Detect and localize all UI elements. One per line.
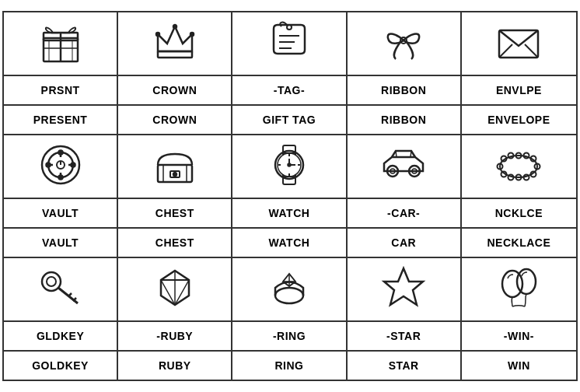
ruby1-text: -RUBY — [156, 330, 193, 342]
necklace-icon — [495, 142, 542, 191]
cell-gldkey-label: GLDKEY — [4, 322, 118, 350]
cell-vault-icon — [4, 135, 118, 198]
chest2-text: CHEST — [155, 236, 194, 249]
chest-icon — [152, 142, 198, 191]
ribbon2-text: RIBBON — [381, 114, 426, 126]
cell-present-label: PRESENT — [4, 106, 118, 134]
label-row-1: PRSNT CROWN -TAG- RIBBON ENVLPE — [4, 76, 576, 106]
cell-crown1-label: CROWN — [118, 76, 232, 104]
cell-ring-icon — [232, 258, 347, 320]
present-icon — [37, 19, 84, 68]
cell-tag1-label: -TAG- — [232, 76, 347, 104]
svg-point-28 — [46, 163, 50, 167]
cell-watch2-label: WATCH — [232, 229, 347, 257]
cell-goldkey-label: GOLDKEY — [4, 352, 118, 380]
cell-ruby2-label: RUBY — [118, 352, 232, 380]
car1-text: -CAR- — [387, 207, 420, 219]
win2-text: WIN — [508, 359, 530, 372]
necklace2-text: NECKLACE — [487, 236, 551, 249]
icon-row-3 — [4, 258, 576, 322]
svg-point-29 — [71, 163, 75, 167]
gifttag-text: GIFT TAG — [263, 114, 316, 126]
goldkey-icon — [37, 264, 84, 314]
svg-point-46 — [288, 164, 290, 166]
svg-point-81 — [275, 288, 303, 303]
cell-vault2-label: VAULT — [4, 229, 118, 257]
prsnt-text: PRSNT — [41, 84, 80, 96]
tag1-text: -TAG- — [274, 84, 305, 96]
present-text: PRESENT — [33, 114, 88, 126]
svg-point-26 — [58, 151, 62, 155]
watch1-text: WATCH — [269, 207, 310, 219]
cell-star2-label: STAR — [348, 352, 462, 380]
cell-watch-icon — [232, 135, 347, 198]
label-row-6: GOLDKEY RUBY RING STAR WIN — [4, 352, 576, 380]
svg-point-69 — [42, 272, 61, 291]
envelope-icon — [495, 19, 542, 68]
svg-line-17 — [525, 44, 538, 58]
cell-crown-icon — [118, 12, 232, 75]
icon-row-1 — [4, 12, 576, 76]
svg-point-27 — [58, 176, 62, 180]
cell-star1-label: -STAR — [348, 322, 462, 350]
cell-ruby-icon — [118, 258, 232, 320]
cell-ribbon-icon — [348, 12, 462, 75]
svg-point-32 — [173, 173, 176, 176]
ring1-text: -RING — [273, 330, 306, 342]
goldkey-text: GOLDKEY — [32, 359, 89, 372]
label-row-2: PRESENT CROWN GIFT TAG RIBBON ENVELOPE — [4, 106, 576, 135]
svg-point-70 — [47, 277, 56, 286]
svg-point-9 — [190, 33, 194, 36]
balloon-icon — [495, 264, 542, 314]
cell-car1-label: -CAR- — [348, 199, 462, 227]
win1-text: -WIN- — [504, 330, 534, 342]
ring-icon — [266, 264, 313, 314]
main-grid: PRSNT CROWN -TAG- RIBBON ENVLPE PRESENT … — [2, 11, 578, 381]
cell-watch1-label: WATCH — [232, 199, 347, 227]
gldkey-text: GLDKEY — [37, 330, 84, 342]
ruby2-text: RUBY — [159, 359, 191, 372]
ribbon1-text: RIBBON — [381, 84, 426, 96]
chest1-text: CHEST — [155, 207, 194, 219]
star1-text: -STAR — [386, 330, 421, 342]
envelope-text: ENVELOPE — [487, 114, 550, 126]
cell-chest-icon — [118, 135, 232, 198]
cell-chest2-label: CHEST — [118, 229, 232, 257]
svg-line-76 — [161, 271, 175, 280]
star-icon — [380, 264, 427, 314]
svg-marker-85 — [384, 268, 423, 305]
label-row-3: VAULT CHEST WATCH -CAR- NCKLCE — [4, 199, 576, 229]
cell-crown2-label: CROWN — [118, 106, 232, 134]
cell-prsnt-label: PRSNT — [4, 76, 118, 104]
cell-chest1-label: CHEST — [118, 199, 232, 227]
cell-vault1-label: VAULT — [4, 199, 118, 227]
cell-envlpe-label: ENVLPE — [462, 76, 576, 104]
cell-present-icon — [4, 12, 118, 75]
ncklce-text: NCKLCE — [495, 207, 543, 219]
label-row-5: GLDKEY -RUBY -RING -STAR -WIN- — [4, 322, 576, 352]
cell-envelope-label: ENVELOPE — [462, 106, 576, 134]
car2-text: CAR — [391, 236, 416, 249]
crown1-text: CROWN — [152, 84, 197, 96]
icon-row-2 — [4, 135, 576, 199]
cell-star-icon — [348, 258, 462, 320]
ruby-icon — [152, 264, 198, 314]
crown-icon — [152, 19, 198, 68]
cell-goldkey-icon — [4, 258, 118, 320]
cell-gift-tag-icon — [232, 12, 347, 75]
svg-line-16 — [499, 44, 512, 58]
cell-ruby1-label: -RUBY — [118, 322, 232, 350]
cell-balloon-icon — [462, 258, 576, 320]
vault-icon — [37, 142, 84, 191]
cell-gifttag-label: GIFT TAG — [232, 106, 347, 134]
car-icon — [380, 142, 427, 191]
vault1-text: VAULT — [42, 207, 79, 219]
cell-envelope-icon — [462, 12, 576, 75]
svg-line-72 — [68, 293, 72, 296]
cell-ribbon2-label: RIBBON — [348, 106, 462, 134]
cell-car-icon — [348, 135, 462, 198]
cell-necklace-icon — [462, 135, 576, 198]
label-row-4: VAULT CHEST WATCH CAR NECKLACE — [4, 229, 576, 258]
cell-necklace2-label: NECKLACE — [462, 229, 576, 257]
cell-car2-label: CAR — [348, 229, 462, 257]
